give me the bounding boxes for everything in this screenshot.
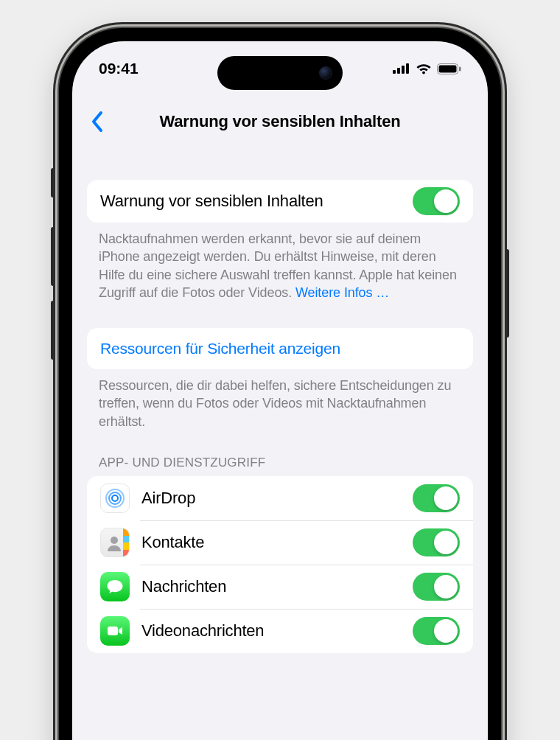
svg-rect-3	[406, 63, 409, 74]
page-title: Warnung vor sensiblen Inhalten	[160, 112, 401, 131]
chevron-left-icon	[91, 111, 104, 133]
resources-footer: Ressourcen, die dir dabei helfen, sicher…	[99, 377, 461, 430]
dynamic-island	[217, 56, 343, 90]
main-switch-group: Warnung vor sensiblen Inhalten	[87, 180, 473, 223]
app-row-facetime[interactable]: Videonachrichten	[87, 609, 473, 653]
app-service-access-header: APP- UND DIENSTZUGRIFF	[99, 455, 461, 470]
svg-point-4	[422, 71, 425, 74]
app-row-facetime-toggle[interactable]	[413, 617, 460, 645]
app-row-messages[interactable]: Nachrichten	[87, 565, 473, 609]
facetime-icon	[100, 616, 130, 646]
app-row-contacts[interactable]: Kontakte	[87, 520, 473, 565]
back-button[interactable]	[84, 108, 111, 135]
main-switch-footer: Nacktaufnahmen werden erkannt, bevor sie…	[99, 230, 461, 301]
silence-switch	[51, 168, 55, 198]
app-row-facetime-label: Videonachrichten	[141, 621, 401, 640]
svg-point-9	[109, 492, 121, 504]
app-row-messages-toggle[interactable]	[413, 573, 460, 601]
sensitive-content-warning-toggle[interactable]	[413, 187, 460, 215]
app-row-contacts-label: Kontakte	[141, 533, 401, 552]
navigation-bar: Warnung vor sensiblen Inhalten	[72, 96, 488, 147]
learn-more-link[interactable]: Weitere Infos …	[295, 285, 389, 300]
volume-down-button	[51, 301, 55, 360]
svg-rect-1	[397, 68, 400, 74]
status-time: 09:41	[99, 60, 187, 77]
svg-rect-6	[439, 65, 457, 72]
svg-rect-7	[459, 66, 461, 71]
app-row-airdrop-label: AirDrop	[141, 489, 401, 508]
front-camera	[319, 66, 332, 80]
resources-group: Ressourcen für Sicherheit anzeigen	[87, 328, 473, 369]
sensitive-content-warning-label: Warnung vor sensiblen Inhalten	[100, 192, 401, 211]
view-safety-resources-label: Ressourcen für Sicherheit anzeigen	[100, 340, 460, 357]
svg-rect-12	[108, 626, 118, 635]
svg-rect-0	[393, 70, 396, 74]
svg-rect-2	[402, 66, 405, 74]
cellular-icon	[393, 63, 410, 74]
app-row-airdrop[interactable]: AirDrop	[87, 476, 473, 520]
svg-point-8	[112, 495, 118, 501]
phone-mockup: 09:41	[59, 28, 501, 740]
wifi-icon	[416, 63, 432, 74]
sensitive-content-warning-row[interactable]: Warnung vor sensiblen Inhalten	[87, 180, 473, 223]
app-row-messages-label: Nachrichten	[141, 577, 401, 596]
contacts-icon	[100, 528, 130, 557]
messages-icon	[100, 572, 130, 601]
svg-point-11	[111, 537, 118, 544]
app-row-contacts-toggle[interactable]	[413, 528, 460, 556]
power-button	[505, 249, 509, 338]
view-safety-resources-link[interactable]: Ressourcen für Sicherheit anzeigen	[87, 328, 473, 369]
app-row-airdrop-toggle[interactable]	[413, 484, 460, 512]
airdrop-icon	[100, 484, 130, 513]
battery-icon	[437, 63, 461, 74]
volume-up-button	[51, 227, 55, 286]
app-service-access-group: AirDrop	[87, 476, 473, 653]
